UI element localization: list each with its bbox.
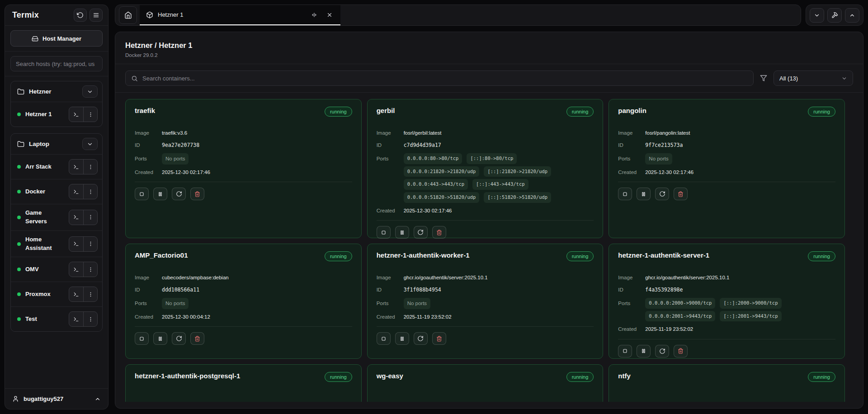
container-card: traefik running Image traefik:v3.6 ID 9e… — [125, 99, 362, 238]
close-tab-button[interactable] — [324, 9, 335, 20]
host-item[interactable]: Hetzner 1 — [11, 102, 102, 127]
restart-button[interactable] — [414, 332, 428, 345]
stop-button[interactable] — [135, 332, 149, 345]
online-status-dot — [17, 292, 21, 296]
open-terminal-button[interactable] — [69, 160, 83, 174]
open-terminal-button[interactable] — [69, 107, 83, 122]
stop-button[interactable] — [377, 332, 391, 345]
host-manager-button[interactable]: Host Manager — [10, 30, 103, 47]
page-header: Hetzner / Hetzner 1 Docker 29.0.2 — [115, 32, 863, 64]
delete-button[interactable] — [190, 188, 204, 200]
created-label: Created — [618, 169, 645, 176]
home-button[interactable] — [119, 6, 137, 24]
host-item[interactable]: Test — [11, 306, 102, 331]
id-label: ID — [135, 286, 162, 294]
user-menu[interactable]: bugattiguy527 — [5, 388, 108, 409]
host-menu-button[interactable] — [83, 160, 97, 174]
id-label: ID — [618, 286, 645, 294]
host-item[interactable]: Proxmox — [11, 282, 102, 306]
host-menu-button[interactable] — [83, 237, 97, 251]
delete-button[interactable] — [674, 188, 688, 200]
ports-label: Ports — [135, 153, 162, 163]
online-status-dot — [17, 317, 21, 321]
container-search[interactable] — [125, 71, 754, 86]
host-menu-button[interactable] — [83, 287, 97, 301]
port-mapping-chip: [::]:443->443/tcp — [472, 179, 528, 190]
search-hosts-input[interactable] — [10, 56, 103, 71]
tools-button[interactable] — [827, 8, 842, 23]
host-menu-button[interactable] — [83, 262, 97, 277]
stop-button[interactable] — [135, 188, 149, 200]
container-name: AMP_Factorio01 — [135, 251, 188, 259]
menu-button[interactable] — [90, 9, 103, 22]
collapse-group-button[interactable] — [82, 85, 98, 98]
created-value: 2025-12-30 02:17:46 — [404, 207, 452, 215]
stop-button[interactable] — [377, 226, 391, 239]
created-value: 2025-12-30 02:17:46 — [645, 169, 693, 176]
host-menu-button[interactable] — [83, 210, 97, 225]
folder-icon — [17, 88, 24, 95]
hammer-icon — [831, 12, 838, 19]
host-item[interactable]: Home Assistant — [11, 231, 102, 257]
host-label: Docker — [25, 188, 64, 196]
restart-button[interactable] — [655, 345, 669, 358]
open-terminal-button[interactable] — [69, 210, 83, 225]
id-value: 9ea27e207738 — [162, 141, 199, 149]
containers-scroll-area[interactable]: traefik running Image traefik:v3.6 ID 9e… — [115, 93, 863, 402]
pause-button[interactable] — [153, 332, 167, 345]
open-terminal-button[interactable] — [69, 237, 83, 251]
id-label: ID — [618, 141, 645, 149]
collapse-group-button[interactable] — [82, 138, 98, 150]
pause-button[interactable] — [395, 332, 409, 345]
container-card: wg-easy running — [367, 364, 604, 402]
container-card: hetzner-1-authentik-postgresql-1 running — [125, 364, 362, 402]
restart-button[interactable] — [172, 332, 186, 345]
collapse-up-button[interactable] — [845, 8, 859, 23]
id-value: 9f7ce213573a — [645, 141, 683, 149]
created-label: Created — [377, 207, 404, 215]
delete-button[interactable] — [432, 226, 446, 239]
split-view-button[interactable] — [309, 9, 320, 20]
delete-button[interactable] — [432, 332, 446, 345]
host-item[interactable]: Arr Stack — [11, 154, 102, 179]
restart-button[interactable] — [414, 226, 428, 239]
host-item[interactable]: OMV — [11, 257, 102, 282]
delete-button[interactable] — [190, 332, 204, 345]
no-ports-chip: No ports — [645, 153, 672, 165]
container-actions — [377, 220, 594, 239]
pause-button[interactable] — [395, 226, 409, 239]
restart-button[interactable] — [172, 188, 186, 200]
restart-button[interactable] — [655, 188, 669, 200]
chevron-up-icon — [94, 396, 101, 402]
pause-button[interactable] — [637, 345, 651, 358]
stop-button[interactable] — [618, 345, 632, 358]
host-actions — [69, 210, 98, 225]
open-terminal-button[interactable] — [69, 287, 83, 301]
host-item[interactable]: Docker — [11, 179, 102, 204]
status-badge: running — [566, 251, 594, 261]
open-terminal-button[interactable] — [69, 184, 83, 199]
host-menu-button[interactable] — [83, 184, 97, 199]
ports-label: Ports — [135, 298, 162, 307]
tab-hetzner-1[interactable]: Hetzner 1 — [140, 5, 340, 25]
pause-button[interactable] — [153, 188, 167, 200]
status-filter-dropdown[interactable]: All (13) — [774, 71, 853, 86]
hard-drive-icon — [32, 35, 38, 42]
container-card: hetzner-1-authentik-worker-1 running Ima… — [367, 244, 604, 359]
filter-icon[interactable] — [760, 75, 767, 82]
refresh-button[interactable] — [74, 9, 87, 22]
main-panel: Hetzner / Hetzner 1 Docker 29.0.2 All (1… — [115, 32, 863, 409]
open-terminal-button[interactable] — [69, 262, 83, 277]
host-actions — [69, 287, 98, 302]
port-mapping-chip: 0.0.0.0:51820->51820/udp — [404, 192, 480, 203]
collapse-down-button[interactable] — [810, 8, 824, 23]
host-menu-button[interactable] — [83, 107, 97, 122]
stop-button[interactable] — [618, 188, 632, 200]
host-item[interactable]: Game Servers — [11, 204, 102, 231]
delete-button[interactable] — [674, 345, 688, 358]
pause-button[interactable] — [637, 188, 651, 200]
host-group-label: Laptop — [29, 141, 78, 147]
host-menu-button[interactable] — [83, 312, 97, 326]
container-search-input[interactable] — [142, 75, 748, 82]
open-terminal-button[interactable] — [69, 312, 83, 326]
